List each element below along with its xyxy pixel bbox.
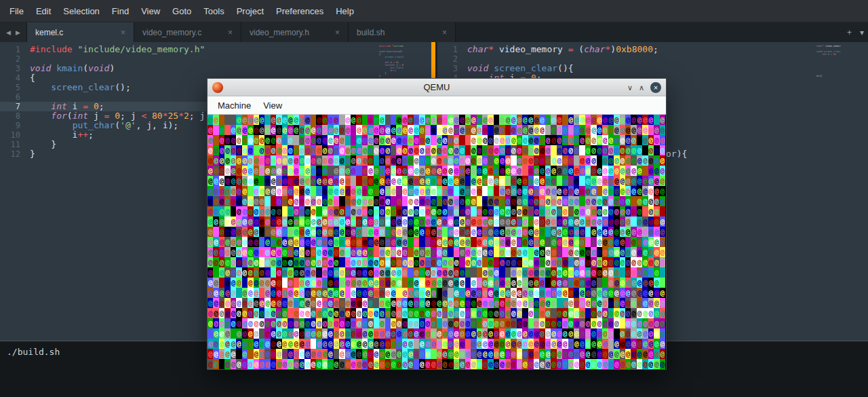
vga-cell: @ xyxy=(454,115,459,125)
vga-cell: @ xyxy=(597,328,602,339)
vga-cell: @ xyxy=(477,349,482,359)
vga-cell: @ xyxy=(224,298,230,308)
menu-item-edit[interactable]: Edit xyxy=(30,6,57,16)
menu-item-preferences[interactable]: Preferences xyxy=(270,6,330,16)
vga-cell: @ xyxy=(648,176,654,186)
vga-cell: @ xyxy=(402,237,408,247)
minimap[interactable]: char* video_memory = (char*)0xb8000;void… xyxy=(816,45,841,77)
vga-cell: @ xyxy=(264,328,270,339)
vga-cell: @ xyxy=(568,288,574,298)
code-text: char* video_memory = (char*)0xb8000; xyxy=(467,45,658,54)
menu-item-view[interactable]: View xyxy=(135,6,166,16)
tab-video_memory.h[interactable]: video_memory.h× xyxy=(241,22,349,42)
tab-close-icon[interactable]: × xyxy=(335,28,340,37)
vga-cell: @ xyxy=(213,267,218,278)
vga-cell: @ xyxy=(276,135,281,145)
vga-cell: @ xyxy=(648,298,654,308)
qemu-titlebar[interactable]: QEMU ∨ ∧ × xyxy=(208,79,666,96)
vga-cell: @ xyxy=(534,135,539,145)
vga-cell: @ xyxy=(408,115,413,125)
tab-video_memory.c[interactable]: video_memory.c× xyxy=(134,22,241,42)
vga-cell: @ xyxy=(454,237,459,247)
code-segment: = xyxy=(568,44,574,54)
tab-nav-back-icon[interactable]: ◀ xyxy=(6,29,11,36)
vga-cell: @ xyxy=(402,216,408,227)
vga-cell: @ xyxy=(339,227,344,237)
vga-cell: @ xyxy=(511,328,516,339)
vga-cell: @ xyxy=(304,288,310,298)
vga-cell: @ xyxy=(482,257,488,267)
vga-cell: @ xyxy=(465,339,471,349)
menu-item-help[interactable]: Help xyxy=(330,6,360,16)
vga-cell: @ xyxy=(408,176,413,186)
vga-cell: @ xyxy=(425,227,431,237)
vga-cell: @ xyxy=(608,166,614,176)
new-tab-icon[interactable]: + xyxy=(847,28,852,37)
minimize-icon[interactable]: ∨ xyxy=(627,84,633,92)
vga-cell: @ xyxy=(631,298,636,308)
vga-cell: @ xyxy=(614,339,619,349)
vga-cell: @ xyxy=(631,328,636,339)
menu-item-file[interactable]: File xyxy=(3,6,30,16)
code-segment: put_char xyxy=(73,120,115,130)
vga-cell: @ xyxy=(271,166,276,176)
vga-cell: @ xyxy=(448,257,453,267)
vga-cell: @ xyxy=(356,186,361,196)
vga-cell: @ xyxy=(488,308,493,318)
vga-cell: @ xyxy=(396,288,401,298)
tab-close-icon[interactable]: × xyxy=(228,28,233,37)
vga-cell: @ xyxy=(448,196,453,206)
vga-cell: @ xyxy=(362,115,368,125)
vga-cell: @ xyxy=(419,206,425,216)
vga-cell: @ xyxy=(471,155,476,166)
vga-cell: @ xyxy=(574,166,579,176)
code-segment: 80 xyxy=(152,111,163,121)
tab-nav-forward-icon[interactable]: ▶ xyxy=(16,29,20,36)
qemu-menu-item-view[interactable]: View xyxy=(257,100,288,111)
vga-cell: @ xyxy=(471,145,476,155)
vga-cell: @ xyxy=(551,166,556,176)
menu-item-selection[interactable]: Selection xyxy=(57,6,105,16)
vga-cell: @ xyxy=(356,115,361,125)
close-icon[interactable]: × xyxy=(650,82,661,93)
vga-cell: @ xyxy=(282,318,288,328)
vga-cell: @ xyxy=(505,135,511,145)
vga-cell: @ xyxy=(425,115,431,125)
menu-item-project[interactable]: Project xyxy=(231,6,270,16)
vga-cell: @ xyxy=(511,186,516,196)
tab-close-icon[interactable]: × xyxy=(442,28,447,37)
vga-cell: @ xyxy=(465,155,471,166)
vga-cell: @ xyxy=(419,155,425,166)
vga-cell: @ xyxy=(614,155,619,166)
menu-item-tools[interactable]: Tools xyxy=(197,6,230,16)
vga-cell: @ xyxy=(419,247,425,257)
tab-build.sh[interactable]: build.sh× xyxy=(349,22,456,42)
menu-item-find[interactable]: Find xyxy=(106,6,135,16)
vga-cell: @ xyxy=(631,135,636,145)
menu-item-goto[interactable]: Goto xyxy=(166,6,197,16)
qemu-menu-item-machine[interactable]: Machine xyxy=(212,100,257,111)
minimap[interactable]: #include "include/video_memory.h"void km… xyxy=(379,45,403,77)
vga-cell: @ xyxy=(236,166,241,176)
vga-cell: @ xyxy=(551,115,556,125)
vga-cell: @ xyxy=(614,308,619,318)
tab-kemel.c[interactable]: kemel.c× xyxy=(27,22,134,42)
line-number: 2 xyxy=(437,54,467,64)
vga-cell: @ xyxy=(431,257,436,267)
vga-cell: @ xyxy=(208,349,213,359)
tab-close-icon[interactable]: × xyxy=(121,28,125,37)
vga-cell: @ xyxy=(442,196,448,206)
vga-cell: @ xyxy=(356,247,361,257)
vga-cell: @ xyxy=(579,339,585,349)
vga-row: @@@@@@@@@@@@@@@@@@@@@@@@@@@@@@@@@@@@@@@@… xyxy=(208,166,666,176)
vga-cell: @ xyxy=(224,278,230,288)
minimap-segment: screen_clear xyxy=(384,56,401,58)
qemu-display[interactable]: @@@@@@@@@@@@@@@@@@@@@@@@@@@@@@@@@@@@@@@@… xyxy=(208,115,666,369)
tab-overflow-icon[interactable]: ▾ xyxy=(860,28,864,37)
maximize-icon[interactable]: ∧ xyxy=(639,84,644,92)
vga-cell: @ xyxy=(231,318,236,328)
vga-cell: @ xyxy=(379,298,384,308)
vga-cell: @ xyxy=(288,216,293,227)
vga-cell: @ xyxy=(408,257,413,267)
vga-cell: @ xyxy=(591,247,596,257)
